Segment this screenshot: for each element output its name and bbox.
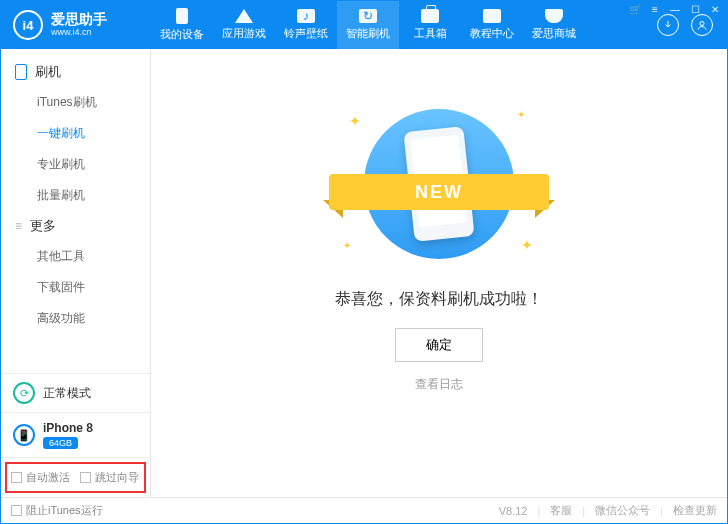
cart-icon[interactable]: 🛒	[629, 3, 641, 15]
version-label: V8.12	[499, 505, 528, 517]
brand-sub: www.i4.cn	[51, 28, 107, 38]
update-link[interactable]: 检查更新	[673, 503, 717, 518]
ok-button[interactable]: 确定	[395, 328, 483, 362]
close-icon[interactable]: ✕	[709, 3, 721, 15]
tab-tutorial[interactable]: 教程中心	[461, 1, 523, 49]
apps-icon	[235, 9, 253, 23]
success-illustration: NEW ✦ ✦ ✦ ✦	[339, 99, 539, 269]
checkbox-auto-activate[interactable]: 自动激活	[11, 470, 70, 485]
sparkle-icon: ✦	[521, 237, 533, 253]
store-icon	[545, 9, 563, 23]
device-phone-icon: 📱	[13, 424, 35, 446]
main-content: NEW ✦ ✦ ✦ ✦ 恭喜您，保资料刷机成功啦！ 确定 查看日志	[151, 49, 727, 497]
device-box[interactable]: 📱 iPhone 8 64GB	[1, 412, 150, 457]
device-icon	[15, 64, 27, 80]
maximize-icon[interactable]: ☐	[689, 3, 701, 15]
sidebar-item-advanced[interactable]: 高级功能	[1, 303, 150, 334]
sparkle-icon: ✦	[343, 240, 351, 251]
device-name: iPhone 8	[43, 421, 93, 435]
app-header: i4 爱思助手 www.i4.cn 我的设备 应用游戏 铃声壁纸 智能刷机 工具…	[1, 1, 727, 49]
svg-point-0	[700, 22, 704, 26]
sidebar-item-itunes-flash[interactable]: iTunes刷机	[1, 87, 150, 118]
options-highlight: 自动激活 跳过向导	[5, 462, 146, 493]
footer: 阻止iTunes运行 V8.12 | 客服 | 微信公众号 | 检查更新	[1, 497, 727, 523]
brand-logo: i4 爱思助手 www.i4.cn	[1, 10, 151, 40]
sidebar-item-batch-flash[interactable]: 批量刷机	[1, 180, 150, 211]
sidebar-item-oneclick-flash[interactable]: 一键刷机	[1, 118, 150, 149]
user-button[interactable]	[691, 14, 713, 36]
tab-flash[interactable]: 智能刷机	[337, 1, 399, 49]
tab-apps[interactable]: 应用游戏	[213, 1, 275, 49]
sparkle-icon: ✦	[349, 113, 361, 129]
tutorial-icon	[483, 9, 501, 23]
checkbox-block-itunes[interactable]: 阻止iTunes运行	[11, 503, 103, 518]
device-capacity: 64GB	[43, 437, 78, 449]
sidebar-group-more: ≡更多	[1, 211, 150, 241]
success-text: 恭喜您，保资料刷机成功啦！	[335, 289, 543, 310]
sidebar-item-download-fw[interactable]: 下载固件	[1, 272, 150, 303]
view-log-link[interactable]: 查看日志	[415, 376, 463, 393]
brand-name: 爱思助手	[51, 12, 107, 27]
tab-ring[interactable]: 铃声壁纸	[275, 1, 337, 49]
sidebar-item-other-tools[interactable]: 其他工具	[1, 241, 150, 272]
tab-tools[interactable]: 工具箱	[399, 1, 461, 49]
download-button[interactable]	[657, 14, 679, 36]
tab-my-device[interactable]: 我的设备	[151, 1, 213, 49]
wechat-link[interactable]: 微信公众号	[595, 503, 650, 518]
minimize-icon[interactable]: —	[669, 3, 681, 15]
sparkle-icon: ✦	[517, 109, 525, 120]
mode-label: 正常模式	[43, 385, 91, 402]
mode-icon: ⟳	[13, 382, 35, 404]
more-icon: ≡	[15, 219, 22, 233]
mode-box[interactable]: ⟳ 正常模式	[1, 373, 150, 412]
logo-badge: i4	[13, 10, 43, 40]
sidebar-group-flash: 刷机	[1, 57, 150, 87]
toolbox-icon	[421, 9, 439, 23]
tab-store[interactable]: 爱思商城	[523, 1, 585, 49]
phone-icon	[176, 8, 188, 24]
checkbox-skip-guide[interactable]: 跳过向导	[80, 470, 139, 485]
flash-icon	[359, 9, 377, 23]
ringtone-icon	[297, 9, 315, 23]
sidebar-item-pro-flash[interactable]: 专业刷机	[1, 149, 150, 180]
sidebar: 刷机 iTunes刷机 一键刷机 专业刷机 批量刷机 ≡更多 其他工具 下载固件…	[1, 49, 151, 497]
new-banner: NEW	[329, 174, 549, 210]
support-link[interactable]: 客服	[550, 503, 572, 518]
menu-icon[interactable]: ≡	[649, 3, 661, 15]
top-tabs: 我的设备 应用游戏 铃声壁纸 智能刷机 工具箱 教程中心 爱思商城	[151, 1, 657, 49]
